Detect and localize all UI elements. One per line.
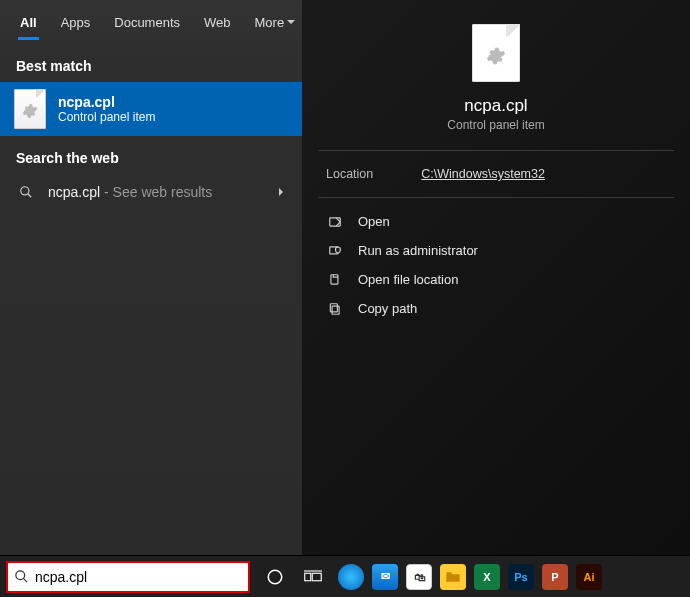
svg-point-10 <box>16 571 25 580</box>
chevron-right-icon <box>276 187 286 197</box>
search-icon <box>14 569 29 584</box>
tab-documents[interactable]: Documents <box>102 0 192 44</box>
app-store[interactable]: 🛍 <box>406 564 432 590</box>
web-result-term: ncpa.cpl <box>48 184 100 200</box>
action-label: Run as administrator <box>358 243 478 258</box>
gear-icon <box>22 103 38 119</box>
web-result-suffix: - See web results <box>100 184 212 200</box>
svg-line-11 <box>23 578 27 582</box>
taskbar-apps: ✉ 🛍 X Ps P Ai <box>338 564 602 590</box>
best-match-text: ncpa.cpl Control panel item <box>58 94 155 124</box>
folder-icon <box>326 273 344 287</box>
tab-all[interactable]: All <box>8 0 49 44</box>
tab-apps[interactable]: Apps <box>49 0 103 44</box>
svg-point-12 <box>268 570 282 584</box>
svg-point-3 <box>21 187 29 195</box>
task-view-icon[interactable] <box>298 562 328 592</box>
action-label: Open file location <box>358 272 458 287</box>
svg-rect-8 <box>332 306 339 314</box>
action-copy-path[interactable]: Copy path <box>318 295 674 322</box>
taskbar-search-input[interactable] <box>35 569 242 585</box>
tab-more-label: More <box>255 15 285 30</box>
app-file-explorer[interactable] <box>440 564 466 590</box>
tab-web[interactable]: Web <box>192 0 243 44</box>
cortana-icon[interactable] <box>260 562 290 592</box>
preview-subtitle: Control panel item <box>447 118 544 132</box>
tab-more[interactable]: More <box>243 0 309 44</box>
web-result-text: ncpa.cpl - See web results <box>48 184 264 200</box>
best-match-header: Best match <box>0 44 302 82</box>
action-open-location[interactable]: Open file location <box>318 266 674 293</box>
preview-actions: Open Run as administrator Open file loca… <box>302 198 690 332</box>
chevron-down-icon <box>286 17 296 27</box>
web-header: Search the web <box>0 136 302 174</box>
svg-rect-13 <box>305 573 311 581</box>
shield-icon <box>326 244 344 258</box>
preview-file-icon <box>472 24 520 82</box>
svg-rect-5 <box>330 217 341 225</box>
best-match-title: ncpa.cpl <box>58 94 155 110</box>
app-edge[interactable] <box>338 564 364 590</box>
search-panel: 393 C ⋯ All Apps Documents Web More <box>0 0 690 556</box>
svg-rect-14 <box>312 573 321 581</box>
app-photoshop[interactable]: Ps <box>508 564 534 590</box>
gear-icon <box>486 46 506 66</box>
app-powerpoint[interactable]: P <box>542 564 568 590</box>
search-icon <box>16 185 36 199</box>
taskbar-search-box[interactable] <box>6 561 250 593</box>
action-label: Open <box>358 214 390 229</box>
preview-title: ncpa.cpl <box>464 96 527 116</box>
best-match-subtitle: Control panel item <box>58 110 155 124</box>
svg-rect-9 <box>330 303 337 311</box>
app-excel[interactable]: X <box>474 564 500 590</box>
preview-header: ncpa.cpl Control panel item <box>302 0 690 150</box>
best-match-item[interactable]: ncpa.cpl Control panel item <box>0 82 302 136</box>
windows-search-flyout: 393 C ⋯ All Apps Documents Web More <box>0 0 690 597</box>
location-value[interactable]: C:\Windows\system32 <box>421 167 545 181</box>
action-open[interactable]: Open <box>318 208 674 235</box>
results-column: All Apps Documents Web More Best match <box>0 0 302 555</box>
taskbar: ✉ 🛍 X Ps P Ai <box>0 556 690 597</box>
cpl-file-icon <box>14 89 46 129</box>
action-run-admin[interactable]: Run as administrator <box>318 237 674 264</box>
app-mail[interactable]: ✉ <box>372 564 398 590</box>
search-scope-tabs: All Apps Documents Web More <box>0 0 302 44</box>
app-illustrator[interactable]: Ai <box>576 564 602 590</box>
web-result-row[interactable]: ncpa.cpl - See web results <box>0 174 302 210</box>
svg-rect-7 <box>331 274 338 283</box>
copy-icon <box>326 302 344 316</box>
action-label: Copy path <box>358 301 417 316</box>
location-row: Location C:\Windows\system32 <box>302 151 690 197</box>
preview-column: ncpa.cpl Control panel item Location C:\… <box>302 0 690 555</box>
taskbar-system-icons <box>260 562 328 592</box>
location-label: Location <box>326 167 373 181</box>
svg-line-4 <box>28 194 32 198</box>
open-icon <box>326 215 344 229</box>
